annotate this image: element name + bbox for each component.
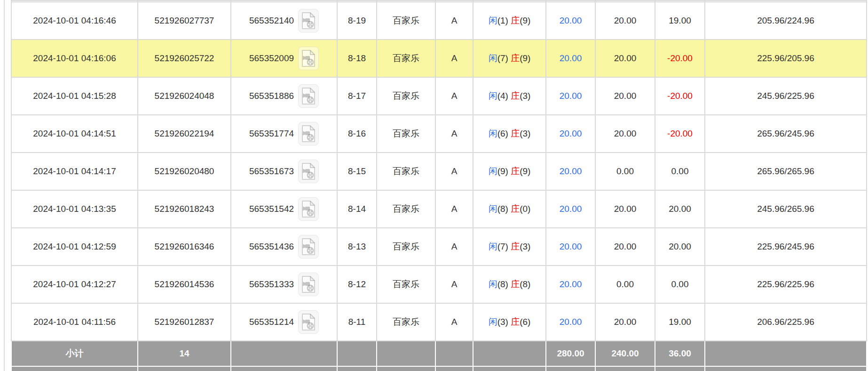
video-replay-button[interactable] bbox=[298, 122, 319, 145]
partial-row-bottom bbox=[11, 366, 867, 371]
player-result-label: 闲 bbox=[489, 91, 497, 101]
bet-time-cell: 2024-10-01 04:13:35 bbox=[11, 190, 138, 228]
video-file-icon bbox=[301, 314, 316, 331]
video-replay-button[interactable] bbox=[298, 273, 319, 296]
partial-cell bbox=[546, 366, 595, 371]
balance-cell: 225.96/245.96 bbox=[705, 228, 867, 266]
valid-amount-cell: 20.00 bbox=[595, 303, 655, 341]
subtotal-row: 小计14280.00240.0036.00 bbox=[11, 341, 867, 366]
bet-id-cell: 521926020480 bbox=[138, 153, 231, 190]
bet-time-cell: 2024-10-01 04:15:28 bbox=[11, 77, 138, 115]
video-file-icon bbox=[301, 163, 316, 180]
banker-points: (0) bbox=[520, 204, 530, 214]
game-name-cell: 百家乐 bbox=[377, 228, 435, 266]
video-file-icon bbox=[301, 276, 316, 293]
video-replay-button[interactable] bbox=[298, 197, 319, 221]
banker-points: (9) bbox=[520, 166, 530, 176]
bet-amount-cell: 20.00 bbox=[546, 190, 595, 228]
balance-cell: 265.96/265.96 bbox=[705, 153, 867, 190]
bet-records-table: 2024-10-01 04:16:46521926027737565352140… bbox=[11, 0, 867, 371]
round-number-cell: 8-16 bbox=[337, 115, 377, 153]
game-result-cell: 闲(7) 庄(9) bbox=[473, 40, 546, 77]
table-row[interactable]: 2024-10-01 04:13:35521926018243565351542… bbox=[11, 190, 867, 228]
bet-amount-cell: 20.00 bbox=[546, 2, 595, 40]
video-replay-button[interactable] bbox=[298, 47, 319, 70]
partial-cell bbox=[435, 366, 473, 371]
balance-cell: 225.96/225.96 bbox=[705, 266, 867, 303]
bet-time-cell: 2024-10-01 04:12:59 bbox=[11, 228, 138, 266]
partial-cell bbox=[138, 366, 231, 371]
table-name-cell: A bbox=[435, 77, 473, 115]
game-name-cell: 百家乐 bbox=[377, 190, 435, 228]
table-row[interactable]: 2024-10-01 04:15:28521926024048565351886… bbox=[11, 77, 867, 115]
table-row[interactable]: 2024-10-01 04:12:59521926016346565351436… bbox=[11, 228, 867, 266]
valid-amount-cell: 0.00 bbox=[595, 153, 655, 190]
round-id-cell: 565351673 bbox=[231, 153, 337, 190]
player-result-label: 闲 bbox=[489, 53, 497, 63]
player-result-label: 闲 bbox=[489, 129, 497, 138]
subtotal-empty bbox=[337, 341, 377, 366]
valid-amount-cell: 20.00 bbox=[595, 77, 655, 115]
valid-amount-cell: 0.00 bbox=[595, 266, 655, 303]
table-name-cell: A bbox=[435, 40, 473, 77]
partial-cell bbox=[377, 366, 435, 371]
bet-time-cell: 2024-10-01 04:16:06 bbox=[11, 40, 138, 77]
win-loss-cell: -20.00 bbox=[655, 77, 705, 115]
win-loss-cell: 20.00 bbox=[655, 190, 705, 228]
round-id-wrap: 565351542 bbox=[249, 197, 319, 221]
video-replay-button[interactable] bbox=[298, 84, 319, 108]
bet-time-cell: 2024-10-01 04:11:56 bbox=[11, 303, 138, 341]
round-id-wrap: 565351436 bbox=[249, 235, 319, 258]
game-name-cell: 百家乐 bbox=[377, 303, 435, 341]
table-row[interactable]: 2024-10-01 04:16:06521926025722565352009… bbox=[11, 40, 867, 77]
round-id-wrap: 565351214 bbox=[249, 310, 319, 334]
round-id-text: 565352009 bbox=[249, 53, 294, 64]
balance-cell: 245.96/265.96 bbox=[705, 190, 867, 228]
table-row[interactable]: 2024-10-01 04:11:56521926012837565351214… bbox=[11, 303, 867, 341]
round-id-text: 565352140 bbox=[249, 16, 294, 26]
bet-amount-cell: 20.00 bbox=[546, 77, 595, 115]
subtotal-bet-total: 280.00 bbox=[546, 341, 595, 366]
table-row[interactable]: 2024-10-01 04:14:51521926022194565351774… bbox=[11, 115, 867, 153]
table-row[interactable]: 2024-10-01 04:16:46521926027737565352140… bbox=[11, 2, 867, 40]
table-row[interactable]: 2024-10-01 04:14:17521926020480565351673… bbox=[11, 153, 867, 190]
round-id-cell: 565352009 bbox=[231, 40, 337, 77]
game-result-cell: 闲(9) 庄(9) bbox=[473, 153, 546, 190]
video-replay-button[interactable] bbox=[298, 160, 319, 183]
video-replay-button[interactable] bbox=[298, 235, 319, 258]
balance-cell: 265.96/245.96 bbox=[705, 115, 867, 153]
table-name-cell: A bbox=[435, 303, 473, 341]
player-points: (7) bbox=[497, 242, 511, 251]
round-number-cell: 8-19 bbox=[337, 2, 377, 40]
banker-result-label: 庄 bbox=[511, 166, 520, 176]
bet-time-cell: 2024-10-01 04:16:46 bbox=[11, 2, 138, 40]
round-id-text: 565351436 bbox=[249, 242, 294, 252]
round-id-wrap: 565351774 bbox=[249, 122, 319, 145]
video-replay-button[interactable] bbox=[298, 310, 319, 334]
banker-points: (6) bbox=[520, 317, 530, 327]
win-loss-cell: -20.00 bbox=[655, 115, 705, 153]
bet-id-cell: 521926022194 bbox=[138, 115, 231, 153]
bet-amount-cell: 20.00 bbox=[546, 303, 595, 341]
round-id-text: 565351673 bbox=[249, 166, 294, 177]
banker-result-label: 庄 bbox=[511, 91, 520, 101]
banker-result-label: 庄 bbox=[511, 242, 520, 251]
round-id-cell: 565351436 bbox=[231, 228, 337, 266]
video-replay-button[interactable] bbox=[298, 9, 319, 32]
player-points: (7) bbox=[497, 53, 511, 63]
bet-amount-cell: 20.00 bbox=[546, 115, 595, 153]
win-loss-cell: 0.00 bbox=[655, 153, 705, 190]
round-id-wrap: 565352140 bbox=[249, 9, 319, 32]
partial-cell bbox=[655, 366, 705, 371]
partial-cell bbox=[705, 366, 867, 371]
win-loss-cell: 19.00 bbox=[655, 2, 705, 40]
round-id-text: 565351333 bbox=[249, 279, 294, 290]
win-loss-cell: -20.00 bbox=[655, 40, 705, 77]
game-name-cell: 百家乐 bbox=[377, 77, 435, 115]
round-number-cell: 8-17 bbox=[337, 77, 377, 115]
banker-points: (3) bbox=[520, 91, 530, 101]
partial-cell bbox=[473, 366, 546, 371]
game-result-cell: 闲(3) 庄(6) bbox=[473, 303, 546, 341]
bet-id-cell: 521926024048 bbox=[138, 77, 231, 115]
table-row[interactable]: 2024-10-01 04:12:27521926014536565351333… bbox=[11, 266, 867, 303]
